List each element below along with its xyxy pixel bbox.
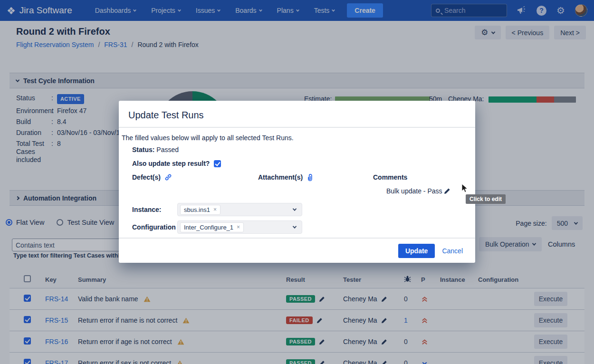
defects-field: Defect(s) xyxy=(132,173,258,181)
attachments-field: Attachment(s) xyxy=(258,173,373,181)
update-button[interactable]: Update xyxy=(398,244,435,258)
configuration-chip: Inter_Configure_1 × xyxy=(180,222,244,232)
chevron-down-icon xyxy=(293,224,297,228)
status-value: Passed xyxy=(156,146,179,153)
modal-columns: Defect(s) Attachment(s) Comments xyxy=(132,173,466,181)
chevron-down-icon xyxy=(293,207,297,211)
paperclip-icon[interactable] xyxy=(307,173,313,181)
modal-footer: Update Cancel xyxy=(119,238,475,263)
modal-title: Update Test Runs xyxy=(119,101,475,128)
remove-chip-icon[interactable]: × xyxy=(213,207,217,212)
step-result-label: Also update step result? xyxy=(132,160,210,167)
instance-select[interactable]: sbus.ins1 × xyxy=(177,203,302,216)
configuration-select[interactable]: Inter_Configure_1 × xyxy=(177,220,302,234)
remove-chip-icon[interactable]: × xyxy=(237,224,240,230)
step-result-checkbox[interactable] xyxy=(214,160,221,167)
comments-label: Comments xyxy=(373,173,466,181)
mouse-cursor-icon xyxy=(461,183,468,193)
configuration-label: Configuration xyxy=(132,223,177,231)
instance-chip: sbus.ins1 × xyxy=(180,205,220,215)
comment-row: Bulk update - Pass xyxy=(386,187,466,195)
click-to-edit-tooltip: Click to edit xyxy=(466,194,506,204)
modal-intro: The filled values below will apply to al… xyxy=(122,134,466,142)
edit-pencil-icon[interactable] xyxy=(444,188,450,194)
comment-value[interactable]: Bulk update - Pass xyxy=(386,187,442,195)
configuration-field: Configuration Inter_Configure_1 × xyxy=(132,220,466,234)
update-test-runs-modal: Update Test Runs The filled values below… xyxy=(119,101,475,263)
status-label: Status: xyxy=(132,146,154,153)
cancel-link[interactable]: Cancel xyxy=(442,247,463,255)
step-result-row: Also update step result? xyxy=(132,160,466,167)
instance-label: Instance: xyxy=(132,206,177,213)
modal-status-row: Status: Passed xyxy=(132,146,466,153)
app-window: ❖ Jira Software Dashboards Projects Issu… xyxy=(0,0,594,364)
link-icon[interactable] xyxy=(164,173,172,181)
instance-field: Instance: sbus.ins1 × xyxy=(132,203,466,216)
